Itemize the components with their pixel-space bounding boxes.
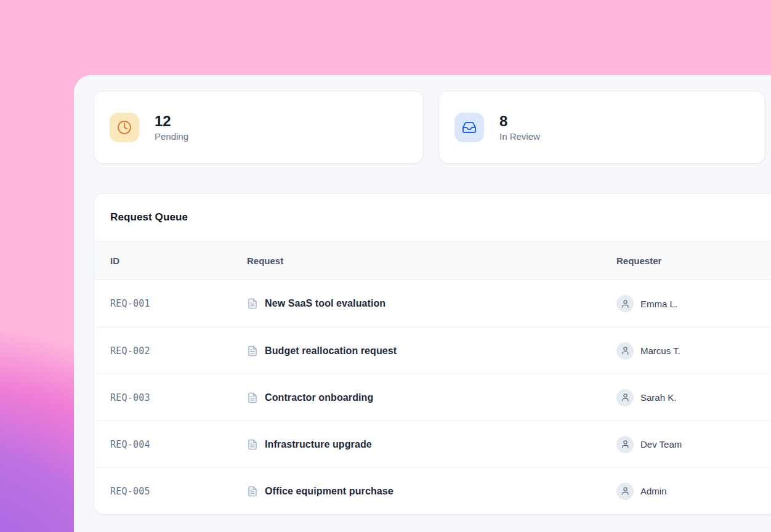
stat-card: 8 In Review: [438, 91, 765, 164]
requester-name: Sarah K.: [640, 392, 676, 403]
requester-name: Admin: [640, 486, 667, 496]
requester-name: Marcus T.: [640, 345, 680, 356]
user-avatar: [616, 295, 634, 312]
file-text-icon: [247, 298, 258, 309]
stat-value: 12: [155, 113, 188, 130]
requester-name: Emma L.: [640, 299, 677, 309]
request-title: New SaaS tool evaluation: [265, 298, 386, 309]
column-header-id: ID: [110, 256, 247, 266]
user-avatar: [616, 342, 634, 360]
request-title: Infrastructure upgrade: [265, 439, 372, 450]
request-queue-header: Request Queue: [94, 193, 771, 241]
request-id: REQ-001: [110, 298, 247, 309]
file-text-icon: [247, 439, 258, 450]
card-title: Request Queue: [110, 211, 188, 224]
stat-value: 8: [499, 113, 540, 130]
file-text-icon: [247, 486, 258, 497]
clock-icon: [110, 113, 139, 142]
stats-row: 12 Pending 8 In Review: [94, 91, 771, 164]
request-title: Contractor onboarding: [265, 392, 373, 403]
column-header-request: Request: [247, 256, 616, 266]
stat-label: In Review: [499, 131, 540, 142]
app-panel: 12 Pending 8 In Review Request Queue ID …: [74, 75, 771, 532]
request-id: REQ-004: [110, 439, 247, 450]
inbox-icon: [454, 113, 484, 142]
requester-name: Dev Team: [640, 439, 682, 449]
request-title: Budget reallocation request: [265, 345, 397, 357]
request-id: REQ-005: [110, 486, 247, 497]
request-queue-card: Request Queue ID Request Requester REQ-0…: [94, 193, 771, 515]
stat-label: Pending: [155, 131, 188, 142]
user-avatar: [616, 389, 634, 406]
table-row[interactable]: REQ-002 Budget reallocation request Marc…: [94, 327, 771, 374]
table-body: REQ-001 New SaaS tool evaluation Emma L.…: [94, 280, 771, 514]
user-avatar: [616, 483, 634, 500]
file-text-icon: [247, 345, 258, 357]
request-id: REQ-002: [110, 345, 247, 357]
table-header-row: ID Request Requester: [94, 241, 771, 280]
file-text-icon: [247, 392, 258, 403]
request-id: REQ-003: [110, 392, 247, 403]
table-row[interactable]: REQ-005 Office equipment purchase Admin: [94, 467, 771, 514]
column-header-requester: Requester: [616, 256, 771, 266]
request-title: Office equipment purchase: [265, 486, 394, 497]
user-avatar: [616, 436, 634, 453]
table-row[interactable]: REQ-001 New SaaS tool evaluation Emma L.: [94, 280, 771, 327]
table-row[interactable]: REQ-003 Contractor onboarding Sarah K.: [94, 374, 771, 421]
table-row[interactable]: REQ-004 Infrastructure upgrade Dev Team: [94, 421, 771, 467]
stat-card: 12 Pending: [94, 91, 424, 164]
